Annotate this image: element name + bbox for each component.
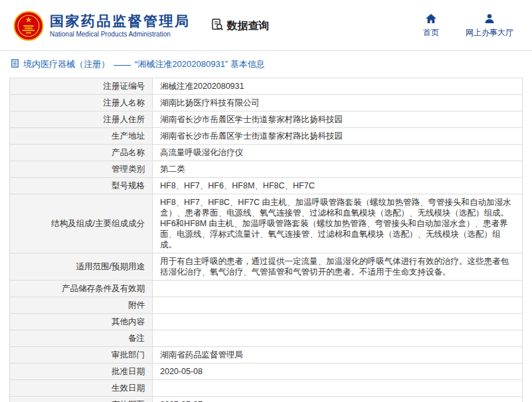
field-label: 生产地址: [10, 128, 153, 145]
table-row: 型号规格 HF8、HF7、HF6、HF8M、HF8C、HF7C: [10, 178, 523, 194]
field-label: 适用范围/预期用途: [10, 253, 153, 281]
table-row: 生效日期: [10, 380, 523, 397]
field-value: [153, 380, 523, 397]
info-table-wrapper: 注册证编号 湘械注准20202080931 注册人名称 湖南比扬医疗科技有限公司…: [0, 76, 532, 402]
field-value: 用于有自主呼吸的患者，通过提供一定流量、加温湿化的呼吸气体进行有效的治疗。这些患…: [153, 253, 523, 281]
field-label: 附件: [10, 297, 153, 314]
field-value: HF8、HF7、HF8C、HF7C 由主机、加温呼吸管路套装（螺纹加热管路、弯管…: [153, 194, 523, 253]
field-label: 注册人名称: [10, 95, 153, 111]
agency-title-en: National Medical Products Administration: [50, 30, 191, 39]
field-label: 产品名称: [10, 145, 153, 161]
breadcrumb-separator: ——: [114, 60, 131, 70]
field-label: 管理类别: [10, 161, 153, 178]
field-value: 湖南比扬医疗科技有限公司: [153, 95, 523, 111]
field-label: 审批部门: [10, 347, 153, 364]
table-row: 批准日期 2020-05-08: [10, 364, 523, 380]
top-header: 国家药品监督管理局 National Medical Products Admi…: [0, 0, 532, 50]
table-row: 适用范围/预期用途 用于有自主呼吸的患者，通过提供一定流量、加温湿化的呼吸气体进…: [10, 253, 523, 281]
table-row: 附件: [10, 297, 523, 314]
home-icon: [426, 14, 436, 25]
field-label: 注册证编号: [10, 78, 153, 95]
table-row: 生产地址 湖南省长沙市岳麓区学士街道黎家村路比扬科技园: [10, 128, 523, 145]
field-label: 生效日期: [10, 380, 153, 397]
top-nav: 首页 网上办事大厅: [423, 14, 517, 38]
page: 国家药品监督管理局 National Medical Products Admi…: [0, 0, 532, 402]
field-value: [153, 330, 523, 347]
field-label: 备注: [10, 330, 153, 347]
field-label: 其他内容: [10, 314, 153, 330]
agency-title-cn: 国家药品监督管理局: [50, 13, 191, 30]
field-value: HF8、HF7、HF6、HF8M、HF8C、HF7C: [153, 178, 523, 194]
field-value: 2020-05-08: [153, 364, 523, 380]
nav-service-hall[interactable]: 网上办事大厅: [466, 14, 513, 38]
field-value: 湖南省药品监督管理局: [153, 347, 523, 364]
nav-service-hall-label: 网上办事大厅: [466, 27, 513, 38]
field-value: 高流量呼吸湿化治疗仪: [153, 145, 523, 161]
field-value: 湖南省长沙市岳麓区学士街道黎家村路比扬科技园: [153, 111, 523, 128]
table-row: 其他内容: [10, 314, 523, 330]
field-value: [153, 314, 523, 330]
breadcrumb: 境内医疗器械（注册） —— “湘械注准20202080931” 基本信息: [0, 51, 532, 76]
field-label: 注册人住所: [10, 111, 153, 128]
field-label: 批准日期: [10, 364, 153, 380]
brand: 国家药品监督管理局 National Medical Products Admi…: [13, 11, 191, 41]
table-row: 产品名称 高流量呼吸湿化治疗仪: [10, 145, 523, 161]
table-row: 注册人名称 湖南比扬医疗科技有限公司: [10, 95, 523, 111]
field-value: 湖南省长沙市岳麓区学士街道黎家村路比扬科技园: [153, 128, 523, 145]
breadcrumb-category[interactable]: 境内医疗器械（注册）: [23, 58, 110, 70]
table-row: 有效期至 2025-05-07: [10, 397, 523, 402]
field-value: 湘械注准20202080931: [153, 78, 523, 95]
field-label: 产品储存条件及有效期: [10, 281, 153, 297]
user-icon: [484, 14, 495, 25]
national-emblem-logo: [13, 11, 44, 41]
field-label: 有效期至: [10, 397, 153, 402]
page-title: “湘械注准20202080931” 基本信息: [135, 58, 265, 70]
table-row: 注册证编号 湘械注准20202080931: [10, 78, 523, 95]
field-value: [153, 281, 523, 297]
document-icon: [11, 59, 19, 70]
field-value: 2025-05-07: [153, 397, 523, 402]
nav-home-label: 首页: [423, 27, 439, 38]
field-label: 结构及组成/主要组成成分: [10, 194, 153, 253]
registration-info-table: 注册证编号 湘械注准20202080931 注册人名称 湖南比扬医疗科技有限公司…: [9, 78, 523, 402]
table-row: 审批部门 湖南省药品监督管理局: [10, 347, 523, 364]
table-row: 备注: [10, 330, 523, 347]
brand-text: 国家药品监督管理局 National Medical Products Admi…: [50, 13, 191, 39]
field-label: 型号规格: [10, 178, 153, 194]
table-row: 管理类别 第二类: [10, 161, 523, 178]
data-query-section-title: 数据查询: [211, 18, 270, 34]
nav-home[interactable]: 首页: [423, 14, 439, 38]
table-row: 结构及组成/主要组成成分 HF8、HF7、HF8C、HF7C 由主机、加温呼吸管…: [10, 194, 523, 253]
data-query-label: 数据查询: [227, 19, 270, 33]
data-query-icon: [211, 18, 224, 34]
field-value: [153, 297, 523, 314]
field-value: 第二类: [153, 161, 523, 178]
table-row: 产品储存条件及有效期: [10, 281, 523, 297]
table-row: 注册人住所 湖南省长沙市岳麓区学士街道黎家村路比扬科技园: [10, 111, 523, 128]
